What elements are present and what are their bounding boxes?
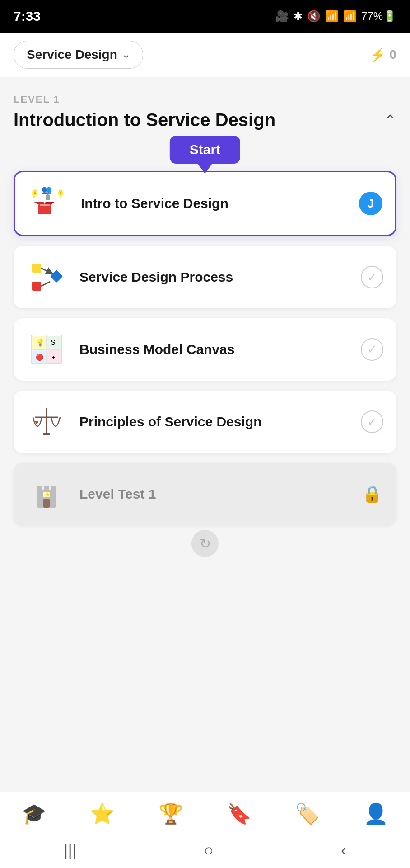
- avatar-badge: J: [359, 192, 382, 215]
- home-icon: 🎓: [22, 802, 47, 826]
- wifi-icon: 📶: [325, 10, 339, 23]
- level-label: LEVEL 1: [14, 94, 396, 105]
- svg-rect-13: [32, 264, 41, 273]
- lesson-status-canvas: ✓: [360, 338, 384, 361]
- svg-text:$: $: [51, 339, 55, 346]
- check-icon-principles: ✓: [361, 410, 383, 433]
- test-svg-icon: ★: [28, 476, 65, 512]
- lesson-status-process: ✓: [360, 265, 384, 289]
- lesson-name-test: Level Test 1: [79, 486, 360, 502]
- course-selector-label: Service Design: [27, 47, 117, 62]
- battery-text: 77%🔋: [361, 10, 396, 23]
- header: Service Design ⌄ ⚡ 0: [0, 33, 410, 77]
- check-icon-process: ✓: [361, 266, 383, 288]
- intro-svg-icon: 💡 💡 👥: [30, 185, 66, 222]
- check-icon-canvas: ✓: [361, 338, 383, 361]
- bluetooth-icon: ✱: [294, 10, 303, 23]
- process-svg-icon: [28, 259, 65, 295]
- svg-rect-14: [32, 282, 41, 291]
- lesson-name-process: Service Design Process: [79, 269, 360, 285]
- system-nav: ||| ○ ‹: [0, 832, 410, 868]
- lesson-status-test: 🔒: [360, 482, 384, 506]
- svg-text:💡: 💡: [36, 338, 45, 347]
- scroll-hint: ↻: [14, 525, 396, 559]
- lesson-icon-process: [26, 257, 67, 297]
- svg-rect-37: [43, 499, 50, 508]
- mute-icon: 🔇: [307, 10, 321, 23]
- svg-text:👥: 👥: [42, 185, 52, 195]
- nav-item-tag[interactable]: 🏷️: [286, 799, 329, 828]
- svg-rect-32: [43, 433, 50, 435]
- lesson-status-principles: ✓: [360, 410, 384, 434]
- lesson-card-test[interactable]: ★ Level Test 1 🔒: [14, 463, 396, 525]
- header-right: ⚡ 0: [370, 47, 396, 62]
- scroll-icon: ↻: [191, 530, 219, 557]
- sys-menu-button[interactable]: |||: [64, 841, 76, 860]
- tooltip-arrow: [198, 164, 212, 174]
- lesson-card-intro[interactable]: 💡 💡 👥 Intro to Service Design J: [14, 171, 396, 236]
- lesson-card-canvas[interactable]: 💡 $ 🔴 + Business Model Canvas ✓: [14, 318, 396, 381]
- svg-rect-5: [33, 196, 35, 198]
- tag-icon: 🏷️: [295, 802, 320, 826]
- tooltip-label: Start: [170, 136, 240, 164]
- svg-rect-34: [37, 486, 42, 491]
- nav-item-bookmark[interactable]: 🔖: [218, 799, 261, 828]
- chevron-down-icon: ⌄: [122, 49, 130, 61]
- sys-home-button[interactable]: ○: [204, 841, 214, 860]
- bookmark-icon: 🔖: [227, 802, 252, 826]
- svg-text:🔴: 🔴: [36, 354, 44, 361]
- lesson-icon-intro: 💡 💡 👥: [28, 183, 68, 224]
- lesson-name-principles: Principles of Service Design: [79, 414, 360, 429]
- principles-svg-icon: ♥: [28, 404, 65, 440]
- svg-line-16: [41, 268, 50, 273]
- svg-text:♥: ♥: [35, 419, 38, 426]
- level-title-row: Introduction to Service Design ⌃: [14, 110, 396, 130]
- status-bar: 7:33 🎥 ✱ 🔇 📶 📶 77%🔋: [0, 0, 410, 33]
- svg-line-17: [41, 282, 50, 286]
- lesson-icon-test: ★: [26, 474, 67, 514]
- lessons-list: Start 💡: [14, 144, 396, 525]
- svg-rect-8: [60, 196, 61, 198]
- svg-rect-15: [50, 270, 63, 283]
- lesson-name-canvas: Business Model Canvas: [79, 342, 360, 357]
- svg-marker-2: [33, 202, 45, 204]
- lesson-name-intro: Intro to Service Design: [81, 196, 359, 211]
- lesson-card-process[interactable]: Service Design Process ✓: [14, 246, 396, 308]
- lock-icon: 🔒: [362, 485, 382, 504]
- lightning-icon: ⚡: [370, 47, 386, 62]
- svg-text:💡: 💡: [58, 189, 64, 195]
- svg-text:★: ★: [45, 491, 51, 498]
- lesson-icon-canvas: 💡 $ 🔴 +: [26, 329, 67, 370]
- lesson-card-principles[interactable]: ♥ Principles of Service Design ✓: [14, 391, 396, 453]
- svg-marker-3: [45, 202, 55, 204]
- level-title: Introduction to Service Design: [14, 110, 384, 130]
- lesson-status-intro: J: [359, 192, 382, 215]
- bottom-nav: 🎓 ⭐ 🏆 🔖 🏷️ 👤: [0, 792, 410, 832]
- camera-icon: 🎥: [275, 10, 289, 23]
- nav-item-home[interactable]: 🎓: [13, 799, 56, 828]
- trophy-icon: 🏆: [158, 802, 183, 826]
- stars-icon: ⭐: [90, 802, 115, 826]
- start-tooltip: Start: [170, 136, 240, 174]
- collapse-icon[interactable]: ⌃: [384, 112, 396, 129]
- status-icons: 🎥 ✱ 🔇 📶 📶 77%🔋: [275, 10, 396, 23]
- nav-item-profile[interactable]: 👤: [354, 799, 397, 828]
- course-selector[interactable]: Service Design ⌄: [14, 41, 143, 69]
- nav-item-trophy[interactable]: 🏆: [149, 799, 192, 828]
- lesson-icon-principles: ♥: [26, 401, 67, 442]
- signal-icon: 📶: [343, 10, 357, 23]
- nav-item-stars[interactable]: ⭐: [81, 799, 124, 828]
- svg-rect-11: [46, 195, 50, 200]
- sys-back-button[interactable]: ‹: [341, 841, 346, 860]
- svg-text:💡: 💡: [32, 189, 38, 195]
- main-content: LEVEL 1 Introduction to Service Design ⌃…: [0, 77, 410, 792]
- canvas-svg-icon: 💡 $ 🔴 +: [28, 331, 65, 368]
- svg-text:+: +: [52, 354, 55, 361]
- profile-icon: 👤: [363, 802, 388, 826]
- status-time: 7:33: [14, 9, 41, 24]
- svg-rect-36: [51, 486, 56, 491]
- score-count: 0: [389, 47, 396, 62]
